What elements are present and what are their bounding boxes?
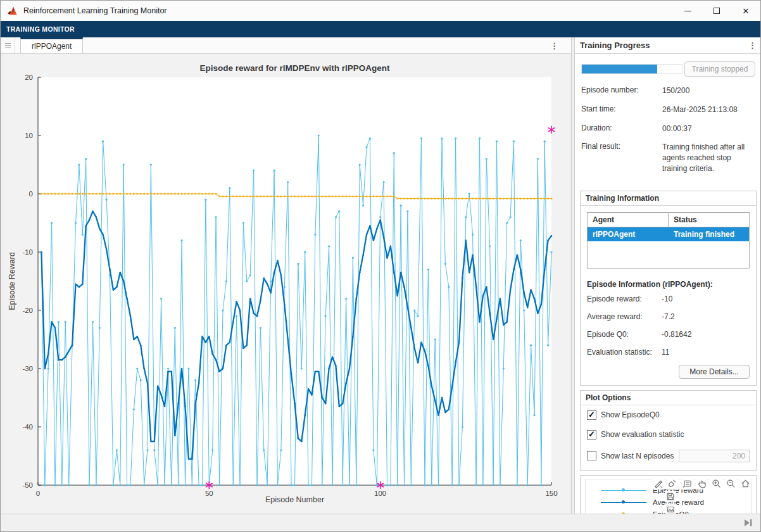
bars-icon xyxy=(5,42,11,49)
toolstrip-ribbon: TRAINING MONITOR xyxy=(1,21,760,37)
status-column-header: Status xyxy=(669,213,749,227)
last-n-episodes-input xyxy=(679,450,750,462)
episode-number-row: Episode number: 150/200 xyxy=(581,86,755,96)
figure-area: 20100-10-20-30-40-50050100150Episode rew… xyxy=(1,54,571,515)
table-header-row: Agent Status xyxy=(588,213,749,227)
training-progress-title: Training Progress xyxy=(580,41,650,50)
show-evaluation-statistic-checkbox[interactable] xyxy=(587,430,596,440)
average-reward-value: -7.2 xyxy=(662,312,675,321)
tab-rlppoagent[interactable]: rlPPOAgent xyxy=(20,37,83,53)
show-episodeq0-checkbox[interactable] xyxy=(587,410,596,420)
maximize-icon xyxy=(714,8,720,14)
show-episodeq0-label: Show EpisodeQ0 xyxy=(601,410,660,419)
restore-view-icon[interactable] xyxy=(739,478,751,490)
datatips-icon[interactable] xyxy=(681,478,693,490)
svg-text:Episode reward for rlMDPEnv wi: Episode reward for rlMDPEnv with rlPPOAg… xyxy=(199,63,390,73)
svg-text:150: 150 xyxy=(545,490,557,497)
document-column: rlPPOAgent ⋮ 20100-10-20-30-40-500501001… xyxy=(1,37,571,515)
svg-text:0: 0 xyxy=(36,490,40,497)
svg-text:50: 50 xyxy=(205,490,213,497)
zoom-out-icon[interactable] xyxy=(725,478,736,490)
svg-text:-40: -40 xyxy=(22,423,33,431)
start-time-value: 26-Mar-2025 21:13:08 xyxy=(662,104,755,115)
ribbon-label: TRAINING MONITOR xyxy=(1,25,75,33)
svg-text:100: 100 xyxy=(374,490,386,497)
title-bar: Reinforcement Learning Training Monitor … xyxy=(1,1,760,21)
pan-icon[interactable] xyxy=(696,478,707,490)
training-progress-header: Training Progress ⋮ xyxy=(575,37,761,54)
duration-label: Duration: xyxy=(581,124,662,134)
episode-reward-row: Episode reward: -10 xyxy=(581,290,756,308)
evaluation-statistic-row: Evaluation statistic: 11 xyxy=(581,343,756,361)
matlab-logo-icon xyxy=(7,6,18,16)
minimize-icon xyxy=(684,11,691,11)
final-result-label: Final result: xyxy=(581,142,662,174)
show-last-n-episodes-checkbox[interactable] xyxy=(587,451,596,460)
training-progress-content: Training stopped Episode number: 150/200… xyxy=(575,54,761,186)
svg-text:20: 20 xyxy=(25,73,33,81)
training-information-panel: Training Information Agent Status rlPPOA… xyxy=(580,191,757,386)
tab-strip: rlPPOAgent ⋮ xyxy=(1,37,571,54)
start-time-row: Start time: 26-Mar-2025 21:13:08 xyxy=(581,104,755,115)
episode-reward-value: -10 xyxy=(662,294,672,303)
training-information-title: Training Information xyxy=(581,191,756,206)
start-time-label: Start time: xyxy=(581,104,662,115)
window-title: Reinforcement Learning Training Monitor xyxy=(23,6,167,15)
final-result-value: Training finished after all agents reach… xyxy=(662,142,755,174)
average-reward-swatch xyxy=(601,499,646,505)
app-window: Reinforcement Learning Training Monitor … xyxy=(0,0,761,532)
panel-kebab-menu-icon[interactable]: ⋮ xyxy=(748,41,757,50)
svg-text:-50: -50 xyxy=(22,481,33,489)
export-menu-stack xyxy=(665,491,676,515)
svg-text:-20: -20 xyxy=(22,307,33,314)
export-icon[interactable] xyxy=(652,478,664,490)
save-figure-icon[interactable] xyxy=(665,491,676,502)
duration-row: Duration: 00:00:37 xyxy=(581,124,755,134)
maximize-button[interactable] xyxy=(702,1,731,21)
svg-text:Episode Reward: Episode Reward xyxy=(8,252,16,310)
episode-reward-swatch xyxy=(601,487,646,493)
show-evaluation-statistic-label: Show evaluation statistic xyxy=(601,430,684,439)
minimize-button[interactable] xyxy=(673,1,702,21)
close-icon: ✕ xyxy=(743,6,750,16)
svg-text:Episode Number: Episode Number xyxy=(265,495,324,504)
evaluation-statistic-label: Evaluation statistic: xyxy=(587,348,662,357)
duration-value: 00:00:37 xyxy=(662,124,755,134)
svg-text:-30: -30 xyxy=(22,365,33,372)
average-reward-row: Average reward: -7.2 xyxy=(581,308,756,326)
final-result-row: Final result: Training finished after al… xyxy=(581,142,755,174)
table-empty-area xyxy=(588,241,749,268)
episode-information-title: Episode Information (rlPPOAgent): xyxy=(581,275,756,290)
brush-icon[interactable] xyxy=(667,478,678,490)
average-reward-label: Average reward: xyxy=(587,312,662,321)
axes-toolbar xyxy=(652,478,751,490)
tab-kebab-menu-icon[interactable]: ⋮ xyxy=(550,37,558,54)
tab-label: rlPPOAgent xyxy=(32,42,72,51)
episode-number-value: 150/200 xyxy=(662,86,755,96)
svg-text:0: 0 xyxy=(29,190,33,198)
plot-options-panel: Plot Options Show EpisodeQ0 Show evaluat… xyxy=(580,390,757,471)
status-cell: Training finished xyxy=(669,227,749,241)
svg-text:-10: -10 xyxy=(22,248,33,256)
training-progress-bar xyxy=(581,64,682,74)
show-evaluation-statistic-row: Show evaluation statistic xyxy=(581,425,756,445)
training-stopped-button: Training stopped xyxy=(684,61,755,77)
close-button[interactable]: ✕ xyxy=(731,1,760,21)
agent-status-table: Agent Status rlPPOAgent Training finishe… xyxy=(587,212,750,269)
episode-reward-label: Episode reward: xyxy=(587,294,662,303)
more-details-button[interactable]: More Details... xyxy=(679,365,750,379)
show-last-n-episodes-row: Show last N episodes xyxy=(581,445,756,470)
episode-number-label: Episode number: xyxy=(581,86,662,96)
episode-q0-value: -0.81642 xyxy=(662,330,691,339)
zoom-in-icon[interactable] xyxy=(710,478,722,490)
episode-q0-row: Episode Q0: -0.81642 xyxy=(581,326,756,343)
status-bar xyxy=(1,514,760,531)
table-row[interactable]: rlPPOAgent Training finished xyxy=(588,227,749,241)
agent-cell: rlPPOAgent xyxy=(588,227,669,241)
evaluation-statistic-value: 11 xyxy=(662,348,669,357)
skip-to-end-icon[interactable] xyxy=(744,519,753,527)
reward-chart: 20100-10-20-30-40-50050100150Episode rew… xyxy=(4,54,570,515)
svg-text:10: 10 xyxy=(25,132,33,139)
plot-options-title: Plot Options xyxy=(581,391,756,405)
document-bar-icon[interactable] xyxy=(1,37,15,53)
